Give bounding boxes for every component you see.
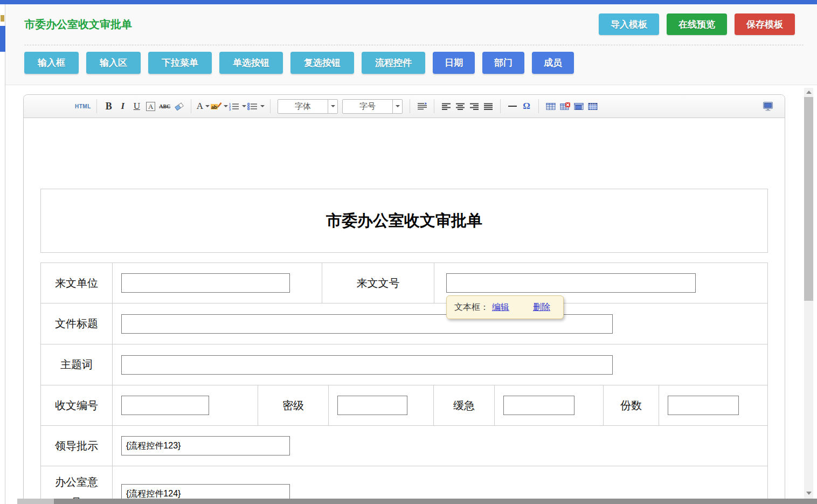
editor-document[interactable]: 市委办公室收文审批单 来文单位 来文文号 文件标题: [24, 118, 785, 504]
horizontal-rule-button[interactable]: [506, 99, 519, 114]
doc-title-cell: [113, 303, 767, 344]
incoming-doc-no-input[interactable]: [446, 273, 696, 293]
leader-remark-label: 领导批示: [41, 426, 113, 466]
urgency-input[interactable]: [503, 396, 574, 415]
component-department-button[interactable]: 部门: [482, 52, 524, 74]
table-row: 收文编号 密级 缓急 份数: [41, 385, 767, 426]
receipt-no-cell: [113, 385, 258, 425]
window-bottom-edge: [54, 499, 817, 504]
align-center-icon: [456, 103, 465, 110]
toolbar-separator: [96, 99, 97, 113]
receipt-no-label: 收文编号: [41, 385, 113, 425]
boxed-a-button[interactable]: A: [146, 102, 155, 111]
align-justify-icon: [484, 103, 493, 110]
subject-words-input[interactable]: [121, 355, 613, 375]
leader-remark-input[interactable]: [121, 436, 290, 455]
receipt-no-input[interactable]: [121, 396, 209, 415]
toolbar-separator: [500, 99, 501, 113]
delete-table-icon: [560, 102, 570, 111]
chevron-down-icon: [224, 105, 228, 107]
form-title-cell: 市委办公室收文审批单: [40, 189, 768, 253]
font-size-select[interactable]: 字号: [342, 99, 403, 114]
toolbar-separator: [538, 99, 539, 113]
component-dropdown-button[interactable]: 下拉菜单: [148, 52, 212, 74]
unordered-list-button[interactable]: [247, 99, 265, 114]
delete-link[interactable]: 删除: [533, 302, 550, 313]
scroll-up-button[interactable]: [804, 88, 813, 96]
component-date-button[interactable]: 日期: [433, 52, 475, 74]
delete-table-button[interactable]: [558, 99, 571, 114]
chevron-down-icon: [331, 105, 335, 107]
insert-table-button[interactable]: [544, 99, 557, 114]
toolbar-separator: [270, 99, 271, 113]
background-window-fragment: [1, 15, 4, 22]
component-input-area-button[interactable]: 输入区: [86, 52, 141, 74]
urgency-cell: [495, 385, 604, 425]
urgency-label: 缓急: [434, 385, 495, 425]
save-template-button[interactable]: 保存模板: [735, 13, 795, 35]
arrow-up-icon: [806, 91, 812, 94]
insert-table-icon: [546, 102, 556, 111]
toolbar-separator: [434, 99, 434, 113]
secrecy-cell: [329, 385, 434, 425]
highlight-icon: ab: [211, 102, 221, 111]
font-family-select[interactable]: 字体: [278, 99, 338, 114]
html-source-button[interactable]: HTML: [75, 99, 91, 114]
chevron-down-icon: [396, 105, 400, 107]
table-row: 来文单位 来文文号: [41, 263, 767, 303]
copies-label: 份数: [604, 385, 659, 425]
indent-icon: [417, 102, 427, 110]
table-row: 文件标题: [41, 303, 767, 344]
component-member-button[interactable]: 成员: [532, 52, 574, 74]
underline-button[interactable]: U: [130, 99, 143, 114]
secrecy-label: 密级: [258, 385, 329, 425]
ordered-list-button[interactable]: 1 2 3: [229, 99, 246, 114]
window-top-bar: [0, 0, 817, 4]
online-preview-button[interactable]: 在线预览: [667, 13, 727, 35]
eraser-button[interactable]: [172, 99, 185, 114]
incoming-unit-input[interactable]: [121, 273, 290, 293]
component-flow-control-button[interactable]: 流程控件: [362, 52, 425, 74]
indent-button[interactable]: [416, 99, 428, 114]
vertical-scrollbar[interactable]: [804, 88, 813, 499]
font-size-dropdown-button[interactable]: [392, 100, 402, 113]
arrow-down-icon: [806, 492, 812, 495]
scroll-down-button[interactable]: [804, 489, 813, 498]
subject-words-label: 主题词: [41, 344, 113, 385]
import-template-button[interactable]: 导入模板: [599, 13, 659, 35]
scrollbar-thumb[interactable]: [804, 97, 813, 301]
tooltip-prefix: 文本框：: [454, 302, 489, 313]
secrecy-input[interactable]: [337, 396, 407, 415]
highlight-button[interactable]: ab: [211, 99, 228, 114]
subject-words-cell: [113, 344, 767, 385]
page-header: 市委办公室收文审批单 导入模板 在线预览 保存模板 输入框 输入区 下拉菜单 单…: [5, 4, 817, 85]
strikethrough-button[interactable]: ABC: [158, 99, 171, 114]
copies-input[interactable]: [668, 396, 739, 415]
fullscreen-button[interactable]: [761, 99, 774, 114]
table-cell-props-button[interactable]: [572, 99, 585, 114]
edit-link[interactable]: 编辑: [492, 302, 509, 313]
table-props-button[interactable]: [586, 99, 599, 114]
component-checkbox-button[interactable]: 复选按钮: [290, 52, 354, 74]
dashed-divider: [24, 45, 804, 45]
bold-button[interactable]: B: [102, 99, 115, 114]
font-family-dropdown-button[interactable]: [328, 100, 337, 113]
chevron-down-icon: [205, 105, 210, 107]
align-justify-button[interactable]: [482, 99, 495, 114]
editor-toolbar: HTML B I U A ABC A ab: [24, 95, 785, 118]
font-family-value: 字体: [278, 100, 328, 113]
component-radio-button[interactable]: 单选按钮: [219, 52, 283, 74]
special-char-button[interactable]: Ω: [520, 99, 533, 114]
align-left-button[interactable]: [440, 99, 453, 114]
font-color-glyph: A: [197, 101, 203, 112]
align-center-button[interactable]: [454, 99, 467, 114]
font-color-button[interactable]: A: [197, 99, 210, 114]
align-right-icon: [470, 103, 479, 110]
header-actions: 导入模板 在线预览 保存模板: [599, 13, 795, 35]
italic-button[interactable]: I: [116, 99, 129, 114]
align-left-icon: [442, 103, 451, 110]
align-right-button[interactable]: [468, 99, 481, 114]
component-input-box-button[interactable]: 输入框: [24, 52, 79, 74]
table-cell-props-icon: [574, 102, 584, 111]
copies-cell: [659, 385, 767, 425]
